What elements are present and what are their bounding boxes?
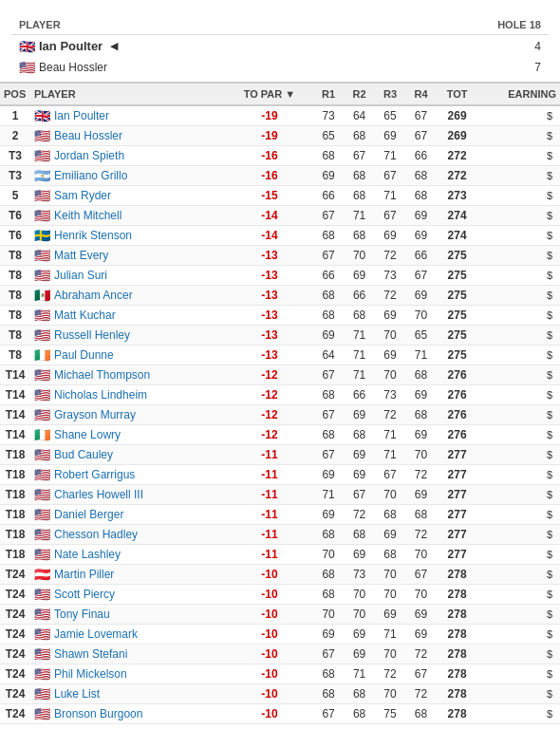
r3-cell: 71 — [375, 625, 405, 645]
player-name[interactable]: Martin Piller — [54, 568, 114, 581]
r1-cell: 66 — [313, 186, 344, 206]
table-row: T6 🇸🇪 Henrik Stenson -14 68 68 69 69 274… — [0, 226, 560, 246]
player-name[interactable]: Phil Mickelson — [54, 667, 127, 681]
table-row: T18 🇺🇸 Nate Lashley -11 70 69 68 70 277 … — [0, 545, 560, 565]
r4-cell: 72 — [405, 525, 436, 545]
player-name[interactable]: Grayson Murray — [54, 408, 136, 421]
flag-icon: 🇺🇸 — [34, 627, 50, 641]
tot-cell: 275 — [437, 286, 478, 306]
player-cell: 🇮🇪 Shane Lowry — [30, 425, 226, 445]
player-name[interactable]: Bronson Burgoon — [54, 707, 142, 720]
player-name[interactable]: Charles Howell III — [54, 488, 143, 501]
r1-cell: 68 — [313, 226, 344, 246]
player-name[interactable]: Ian Poulter — [54, 109, 109, 122]
earnings-cell: $ — [478, 326, 560, 346]
topar-cell: -10 — [226, 585, 313, 605]
r2-cell: 70 — [344, 246, 374, 266]
pos-cell: T3 — [0, 146, 30, 166]
r1-cell: 69 — [313, 326, 344, 346]
player-name[interactable]: Keith Mitchell — [54, 209, 121, 222]
table-row: T18 🇺🇸 Bud Cauley -11 67 69 71 70 277 $ — [0, 445, 560, 465]
pos-cell: T24 — [0, 704, 30, 724]
player-cell: 🇺🇸 Julian Suri — [30, 266, 226, 286]
r2-cell: 68 — [344, 684, 374, 704]
player-name[interactable]: Daniel Berger — [54, 508, 123, 521]
col-pos: POS — [0, 83, 30, 105]
player-name[interactable]: Michael Thompson — [54, 368, 150, 382]
pos-cell: T6 — [0, 226, 30, 246]
r1-cell: 68 — [313, 146, 344, 166]
r1-cell: 67 — [313, 445, 344, 465]
r1-cell: 70 — [313, 605, 344, 625]
flag-icon: 🇦🇹 — [34, 568, 50, 581]
player-name[interactable]: Shawn Stefani — [54, 647, 127, 661]
player-cell: 🇺🇸 Charles Howell III — [30, 485, 226, 505]
table-row: T8 🇺🇸 Matt Every -13 67 70 72 66 275 $ — [0, 246, 560, 266]
flag-icon: 🇺🇸 — [34, 548, 50, 561]
table-row: 1 🇬🇧 Ian Poulter -19 73 64 65 67 269 $ — [0, 105, 560, 126]
player-name[interactable]: Bud Cauley — [54, 448, 113, 461]
flag-icon: 🇬🇧 — [34, 109, 50, 122]
r2-cell: 71 — [344, 365, 374, 385]
earnings-cell: $ — [478, 445, 560, 465]
pos-cell: T8 — [0, 326, 30, 346]
player-name[interactable]: Russell Henley — [54, 328, 130, 342]
player-name[interactable]: Scott Piercy — [54, 588, 115, 601]
player-name[interactable]: Nicholas Lindheim — [54, 388, 147, 402]
player-cell: 🇸🇪 Henrik Stenson — [30, 226, 226, 246]
player-name[interactable]: Beau Hossler — [54, 129, 122, 142]
player-name[interactable]: Jordan Spieth — [54, 149, 124, 162]
earnings-cell: $ — [478, 166, 560, 186]
table-row: T24 🇺🇸 Tony Finau -10 70 70 69 69 278 $ — [0, 605, 560, 625]
flag-icon: 🇺🇸 — [34, 189, 50, 202]
table-row: T6 🇺🇸 Keith Mitchell -14 67 71 67 69 274… — [0, 206, 560, 226]
player-name[interactable]: Chesson Hadley — [54, 528, 138, 541]
earnings-cell: $ — [478, 485, 560, 505]
pos-cell: T18 — [0, 545, 30, 565]
earnings-cell: $ — [478, 545, 560, 565]
pos-cell: T8 — [0, 346, 30, 365]
col-r2: R2 — [344, 83, 374, 105]
player-name[interactable]: Matt Kuchar — [54, 309, 116, 322]
player-name[interactable]: Julian Suri — [54, 269, 107, 282]
table-row: 2 🇺🇸 Beau Hossler -19 65 68 69 67 269 $ — [0, 126, 560, 146]
pos-cell: T18 — [0, 525, 30, 545]
topar-cell: -13 — [226, 326, 313, 346]
r2-cell: 68 — [344, 425, 374, 445]
player-name[interactable]: Abraham Ancer — [54, 289, 133, 302]
flag-icon: 🇮🇪 — [34, 428, 50, 441]
player-name[interactable]: Emiliano Grillo — [54, 169, 127, 182]
r1-cell: 68 — [313, 525, 344, 545]
r2-cell: 69 — [344, 445, 374, 465]
player-name[interactable]: Nate Lashley — [54, 548, 121, 561]
tot-cell: 278 — [437, 664, 478, 684]
player-name[interactable]: Luke List — [54, 687, 100, 701]
player-name[interactable]: Tony Finau — [54, 608, 110, 621]
earnings-cell: $ — [478, 505, 560, 525]
tot-cell: 277 — [437, 485, 478, 505]
playoff-score: 7 — [366, 57, 549, 78]
player-name[interactable]: Henrik Stenson — [54, 229, 132, 242]
r3-cell: 71 — [375, 186, 405, 206]
tot-cell: 277 — [437, 465, 478, 485]
player-name[interactable]: Matt Every — [54, 249, 108, 262]
flag-icon: 🇸🇪 — [34, 229, 50, 242]
pos-cell: T14 — [0, 365, 30, 385]
r4-cell: 68 — [405, 186, 436, 206]
earnings-cell: $ — [478, 246, 560, 266]
player-name[interactable]: Shane Lowry — [54, 428, 121, 441]
earnings-cell: $ — [478, 206, 560, 226]
pos-cell: T24 — [0, 605, 30, 625]
player-name[interactable]: Sam Ryder — [54, 189, 111, 202]
player-name[interactable]: Robert Garrigus — [54, 468, 135, 481]
r3-cell: 73 — [375, 266, 405, 286]
table-row: T14 🇺🇸 Michael Thompson -12 67 71 70 68 … — [0, 365, 560, 385]
player-name[interactable]: Paul Dunne — [54, 348, 114, 362]
player-cell: 🇺🇸 Matt Every — [30, 246, 226, 266]
player-name[interactable]: Jamie Lovemark — [54, 627, 138, 641]
pos-cell: T8 — [0, 286, 30, 306]
player-cell: 🇺🇸 Daniel Berger — [30, 505, 226, 525]
tot-cell: 276 — [437, 405, 478, 425]
r3-cell: 71 — [375, 425, 405, 445]
tot-cell: 278 — [437, 645, 478, 664]
